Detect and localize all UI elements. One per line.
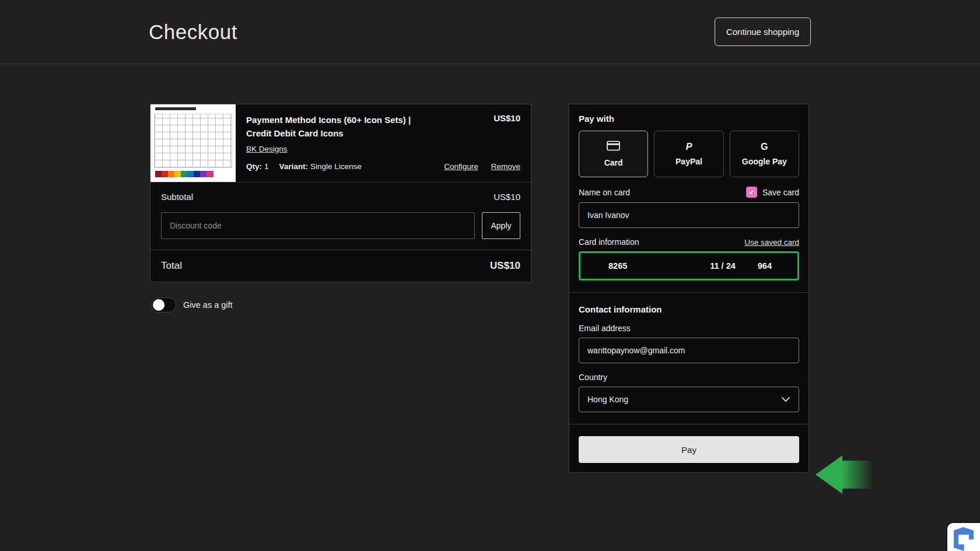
quantity-info: Qty:1 — [246, 162, 269, 171]
email-address-input[interactable] — [579, 338, 799, 363]
arrow-head — [816, 455, 842, 494]
subtotal-value: US$10 — [494, 192, 520, 202]
country-select[interactable]: Hong Kong — [579, 387, 799, 412]
credit-card-icon — [607, 141, 620, 153]
pay-with-title: Pay with — [579, 114, 799, 124]
apply-discount-button[interactable]: Apply — [482, 212, 520, 239]
card-information-label: Card information — [579, 237, 639, 247]
discount-code-input[interactable] — [161, 212, 475, 239]
google-pay-icon: G — [761, 142, 768, 152]
chevron-down-icon — [781, 394, 790, 405]
payment-method-label: PayPal — [676, 157, 702, 166]
cart-line-item: Payment Method Icons (60+ Icon Sets) | C… — [150, 104, 531, 182]
name-on-card-input[interactable] — [579, 202, 799, 228]
payment-method-googlepay[interactable]: G Google Pay — [730, 131, 799, 177]
arrow-tail — [842, 461, 874, 489]
card-cvc-value[interactable]: 964 — [758, 261, 772, 271]
payment-method-label: Card — [604, 158, 623, 167]
gift-toggle-knob — [153, 299, 164, 311]
contact-information-title: Contact information — [579, 304, 799, 314]
cart-column: Payment Method Icons (60+ Icon Sets) | C… — [150, 104, 531, 313]
gift-toggle-label: Give as a gift — [183, 300, 233, 310]
thumbnail-title-bar — [155, 107, 196, 110]
variant-label: Variant: — [279, 162, 309, 171]
cart-summary-card: Payment Method Icons (60+ Icon Sets) | C… — [150, 104, 531, 282]
country-label: Country — [579, 373, 607, 382]
recaptcha-badge[interactable] — [947, 523, 980, 551]
save-card-control[interactable]: ✓ Save card — [746, 187, 799, 198]
use-saved-card-link[interactable]: Use saved card — [744, 238, 799, 247]
payment-method-label: Google Pay — [742, 157, 787, 166]
page-title: Checkout — [149, 20, 237, 44]
check-icon: ✓ — [748, 188, 754, 196]
product-price: US$10 — [494, 113, 520, 123]
payment-card: Pay with Card P PayPal G Google Pay Name… — [569, 104, 809, 473]
save-card-checkbox[interactable]: ✓ — [746, 187, 757, 198]
card-expiry-value[interactable]: 11 / 24 — [710, 261, 736, 271]
continue-shopping-button[interactable]: Continue shopping — [715, 17, 811, 46]
variant-info: Variant:Single License — [279, 162, 362, 171]
card-information-input[interactable]: 8265 11 / 24 964 — [579, 251, 799, 280]
product-title: Payment Method Icons (60+ Icon Sets) | C… — [246, 113, 424, 141]
seller-link[interactable]: BK Designs — [246, 145, 288, 153]
total-value: US$10 — [490, 260, 520, 272]
configure-link[interactable]: Configure — [444, 162, 478, 171]
payment-method-tabs: Card P PayPal G Google Pay — [579, 131, 799, 177]
subtotal-label: Subtotal — [161, 192, 193, 202]
remove-link[interactable]: Remove — [491, 162, 520, 171]
qty-value: 1 — [264, 162, 269, 171]
pay-button[interactable]: Pay — [579, 436, 799, 463]
header: Checkout Continue shopping — [0, 0, 980, 64]
divider — [569, 292, 808, 293]
card-number-value[interactable]: 8265 — [608, 261, 710, 271]
email-address-label: Email address — [579, 324, 631, 333]
product-thumbnail — [150, 104, 236, 182]
save-card-label: Save card — [762, 188, 799, 197]
variant-value: Single License — [310, 162, 362, 171]
name-on-card-label: Name on card — [579, 188, 630, 197]
annotation-arrow — [816, 455, 875, 494]
thumbnail-icon-grid — [154, 114, 232, 168]
paypal-icon: P — [686, 142, 692, 152]
recaptcha-icon — [954, 527, 974, 551]
payment-method-paypal[interactable]: P PayPal — [654, 131, 723, 177]
gift-toggle-row: Give as a gift — [150, 297, 531, 313]
total-label: Total — [161, 260, 182, 272]
payment-column: Pay with Card P PayPal G Google Pay Name… — [569, 104, 809, 473]
divider — [569, 424, 808, 424]
gift-toggle[interactable] — [151, 297, 176, 313]
payment-method-card[interactable]: Card — [579, 131, 648, 177]
qty-label: Qty: — [246, 162, 262, 171]
country-selected-value: Hong Kong — [587, 395, 628, 404]
thumbnail-color-strip — [155, 171, 214, 177]
